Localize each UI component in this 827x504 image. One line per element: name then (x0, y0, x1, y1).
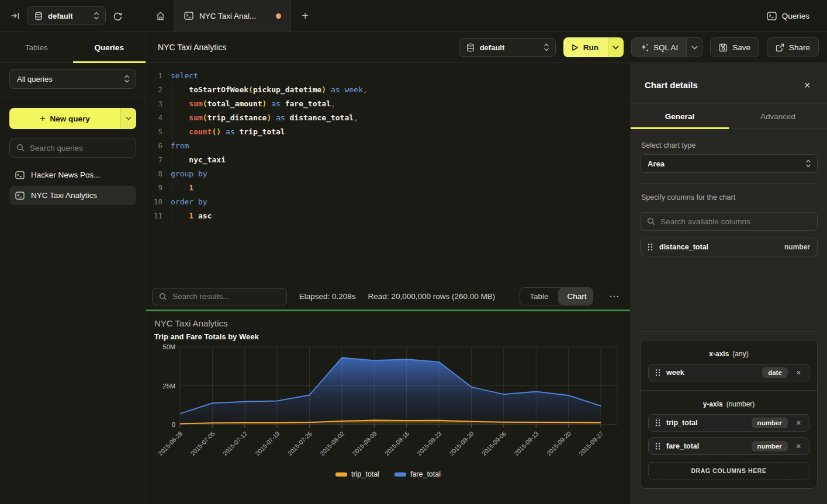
save-button[interactable]: Save (710, 37, 759, 57)
new-query-chevron[interactable] (120, 108, 136, 129)
tab-label: NYC Taxi Anal... (199, 12, 270, 20)
tab-advanced[interactable]: Advanced (729, 104, 827, 128)
drop-zone[interactable]: DRAG COLUMNS HERE (648, 462, 809, 479)
sql-editor[interactable]: 1select2 toStartOfWeek(pickup_datetime) … (146, 63, 630, 283)
columns-label: Specify columns for the chart (641, 193, 816, 201)
search-results-box (152, 288, 287, 305)
drag-handle-icon (648, 243, 653, 251)
code-line: 11 1 asc (146, 209, 630, 223)
svg-text:50M: 50M (163, 343, 175, 350)
line-number: 7 (146, 153, 162, 167)
code-text: 1 (171, 181, 193, 195)
run-database-select[interactable]: default (459, 38, 556, 57)
new-tab-button[interactable]: + (291, 0, 319, 32)
code-line: 6from (146, 139, 630, 153)
search-queries-input[interactable] (30, 144, 129, 152)
line-number: 8 (146, 167, 162, 181)
top-bar: default NYC Taxi Anal... + Queries (0, 0, 827, 32)
view-table-button[interactable]: Table (520, 288, 558, 305)
line-number: 11 (146, 209, 162, 223)
search-results-input[interactable] (172, 292, 280, 301)
column-pill-trip_total[interactable]: trip_totalnumber✕ (648, 414, 809, 432)
legend-item-fare_total[interactable]: fare_total (395, 470, 441, 478)
queries-button-label: Queries (782, 12, 809, 20)
query-item[interactable]: Hacker News Pos... (9, 165, 136, 185)
code-line: 10order by (146, 195, 630, 209)
svg-text:2015-08-09: 2015-08-09 (351, 430, 378, 457)
column-pill-fare_total[interactable]: fare_totalnumber✕ (648, 437, 809, 455)
tab-tables[interactable]: Tables (0, 32, 73, 62)
refresh-icon[interactable] (113, 11, 123, 21)
run-options-chevron[interactable] (608, 37, 624, 57)
sql-ai-button-group: SQL AI (631, 37, 703, 57)
share-icon (776, 43, 784, 52)
chart-type-value: Area (648, 159, 665, 168)
run-button-group: Run (563, 37, 624, 57)
remove-column-icon[interactable]: ✕ (794, 418, 804, 428)
database-select[interactable]: default (27, 6, 106, 25)
drag-handle-icon (655, 419, 660, 427)
chart-type-select[interactable]: Area (640, 154, 818, 173)
share-button[interactable]: Share (767, 37, 819, 57)
run-database-value: default (480, 43, 505, 52)
code-text: group by (171, 167, 207, 181)
run-button[interactable]: Run (563, 37, 608, 57)
new-query-button[interactable]: + New query (9, 108, 120, 129)
code-text: 1 asc (171, 209, 212, 223)
query-console-icon (15, 171, 25, 179)
database-icon (466, 43, 475, 52)
collapse-sidebar-icon[interactable] (11, 11, 20, 20)
svg-text:2015-08-02: 2015-08-02 (319, 430, 346, 457)
line-number: 5 (146, 125, 162, 139)
legend-item-trip_total[interactable]: trip_total (335, 470, 379, 478)
svg-text:2015-09-06: 2015-09-06 (480, 430, 508, 457)
remove-column-icon[interactable]: ✕ (794, 442, 804, 451)
code-text: select (171, 69, 198, 83)
tab-strip: NYC Taxi Anal... + (146, 0, 319, 32)
column-pill-week[interactable]: weekdate✕ (648, 364, 809, 381)
code-line: 5 count() as trip_total (146, 125, 630, 139)
tab-queries[interactable]: Queries (73, 32, 146, 62)
code-line: 4 sum(trip_distance) as distance_total, (146, 111, 630, 125)
sidebar: All queries + New query Hacker News Pos.… (0, 63, 146, 504)
tab-general[interactable]: General (631, 104, 729, 128)
home-tab[interactable] (146, 0, 174, 32)
code-text: from (171, 139, 189, 153)
share-button-label: Share (789, 43, 810, 52)
svg-text:2015-09-20: 2015-09-20 (545, 430, 573, 457)
results-more-button[interactable]: ⋯ (605, 290, 623, 303)
saved-query-list: Hacker News Pos...NYC Taxi Analytics (9, 165, 136, 205)
queries-button[interactable]: Queries (767, 0, 809, 32)
search-queries-box (9, 138, 136, 158)
drag-handle-icon (655, 442, 660, 450)
updown-chevron-icon (805, 159, 811, 168)
code-line: 2 toStartOfWeek(pickup_datetime) as week… (146, 83, 630, 97)
search-icon (647, 217, 655, 225)
line-number: 6 (146, 139, 162, 153)
drag-handle-icon (655, 419, 660, 427)
code-line: 3 sum(total_amount) as fare_total, (146, 97, 630, 111)
column-pill-distance_total[interactable]: distance_totalnumber (640, 238, 818, 256)
search-columns-input[interactable] (660, 217, 811, 226)
query-item[interactable]: NYC Taxi Analytics (9, 186, 136, 205)
sql-ai-button[interactable]: SQL AI (632, 38, 686, 57)
close-icon[interactable]: ✕ (799, 78, 815, 92)
sql-ai-label: SQL AI (653, 43, 678, 52)
panel-header: Chart details ✕ (631, 63, 827, 103)
code-text: count() as trip_total (171, 125, 285, 139)
tab-nyc-taxi-analytics[interactable]: NYC Taxi Anal... (174, 0, 291, 32)
remove-column-icon[interactable]: ✕ (794, 368, 804, 378)
axis-config-box: x-axis(any) weekdate✕ y-axis(number) tri… (640, 340, 818, 489)
unsaved-changes-dot (276, 13, 281, 19)
drag-handle-icon (655, 369, 660, 377)
line-number: 3 (146, 97, 162, 111)
query-filter-select[interactable]: All queries (9, 69, 136, 89)
drag-handle-icon (655, 442, 660, 450)
sql-ai-chevron[interactable] (686, 38, 702, 57)
view-chart-button[interactable]: Chart (558, 288, 593, 305)
query-header: NYC Taxi Analytics default Run (146, 32, 827, 63)
drag-handle-icon (655, 369, 660, 377)
svg-text:2015-08-16: 2015-08-16 (383, 430, 411, 457)
svg-text:2015-06-28: 2015-06-28 (157, 430, 184, 457)
code-line: 8group by (146, 167, 630, 181)
